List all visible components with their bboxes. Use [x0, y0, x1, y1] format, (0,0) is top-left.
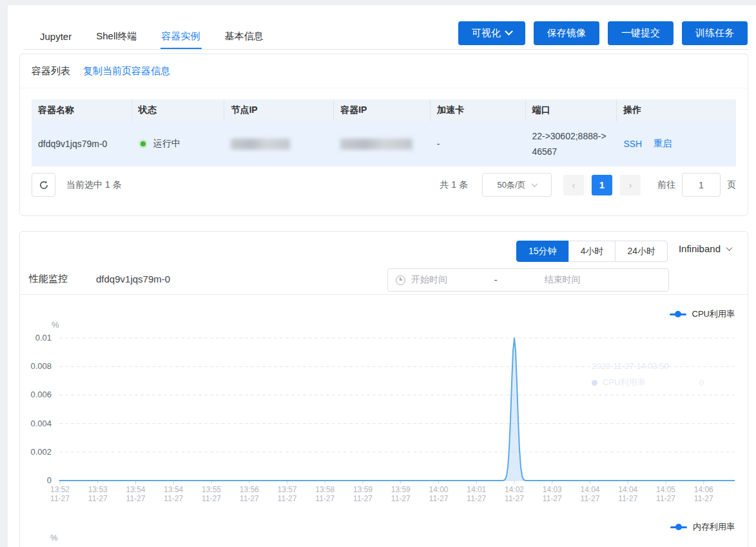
x-tick-label: 13:5911-27: [343, 485, 383, 503]
node-ip-redacted-blur: [231, 139, 290, 150]
x-tick-label: 13:5311-27: [78, 485, 118, 503]
monitor-title: 性能监控: [29, 273, 68, 285]
memory-legend-marker-icon: [670, 526, 687, 528]
network-type-value: Infiniband: [679, 243, 721, 254]
x-tick-label: 13:5911-27: [381, 485, 421, 503]
y-tick-label: 0.01: [5, 333, 52, 343]
goto-suffix: 页: [727, 179, 736, 191]
cpu-legend[interactable]: CPU利用率: [670, 308, 735, 320]
save-image-button[interactable]: 保存镜像: [534, 21, 599, 45]
page-size-value: 50条/页: [497, 179, 525, 191]
actions-cell: SSH 重启: [617, 121, 736, 166]
range-4h-button[interactable]: 4小时: [568, 241, 616, 262]
col-status: 状态: [132, 99, 225, 121]
x-tick-label: 14:0211-27: [494, 485, 534, 503]
range-15min-button[interactable]: 15分钟: [516, 241, 569, 262]
date-range-separator: -: [447, 274, 544, 286]
visualize-label: 可视化: [472, 27, 501, 39]
tab-basic-info[interactable]: 基本信息: [224, 25, 265, 49]
time-range-group: 15分钟 4小时 24小时: [516, 241, 668, 262]
next-page-button[interactable]: ›: [620, 175, 641, 195]
node-ip-cell: [224, 121, 334, 166]
y-tick-label: 0.006: [5, 390, 52, 399]
ssh-link[interactable]: SSH: [623, 139, 642, 149]
tab-container-instance[interactable]: 容器实例: [160, 25, 202, 49]
col-ports: 端口: [526, 99, 617, 121]
clock-icon: [396, 275, 405, 285]
chevron-down-icon: [505, 27, 513, 35]
pagination-bar: 当前选中 1 条 共 1 条 50条/页 ‹ 1 › 前往 页: [32, 173, 736, 197]
tab-shell-terminal[interactable]: Shell终端: [95, 25, 138, 49]
start-time-placeholder: 开始时间: [411, 274, 447, 286]
accelerator-cell: -: [431, 121, 526, 166]
cpu-legend-label: CPU利用率: [692, 308, 735, 320]
goto-prefix: 前往: [657, 179, 675, 191]
ports-value: 22->30602;8888->46567: [532, 128, 610, 159]
y-tick-label: 0.004: [5, 419, 52, 428]
cpu-legend-marker-icon: [670, 313, 686, 315]
refresh-button[interactable]: [32, 173, 55, 197]
x-tick-label: 13:5511-27: [191, 485, 231, 503]
chevron-down-icon: [531, 181, 538, 187]
x-tick-label: 14:0111-27: [456, 485, 496, 503]
container-ip-cell: [334, 121, 431, 166]
container-list-header: 容器列表 复制当前页容器信息: [20, 54, 748, 88]
restart-link[interactable]: 重启: [654, 138, 672, 150]
x-tick-label: 14:0411-27: [570, 485, 610, 503]
one-click-submit-button[interactable]: 一键提交: [608, 21, 674, 45]
x-tick-label: 14:0311-27: [532, 485, 572, 503]
prev-page-button[interactable]: ‹: [563, 175, 584, 195]
table-row[interactable]: dfdq9v1jqs79m-0 运行中 - 22->30602;8888->46…: [32, 121, 736, 166]
x-tick-label: 13:5411-27: [116, 485, 156, 503]
col-container-name: 容器名称: [32, 99, 132, 121]
train-task-button[interactable]: 训练任务: [682, 21, 748, 45]
container-instance-page: Jupyter Shell终端 容器实例 基本信息 可视化 保存镜像 一键提交 …: [0, 0, 756, 547]
container-list-card: 容器列表 复制当前页容器信息 容器名称 状态 节点IP 容器IP 加速卡 端口 …: [19, 54, 748, 216]
col-accelerator: 加速卡: [431, 99, 526, 121]
x-tick-label: 13:5711-27: [267, 485, 307, 503]
container-table: 容器名称 状态 节点IP 容器IP 加速卡 端口 操作 dfdq9v1jqs79…: [32, 99, 736, 166]
col-actions: 操作: [617, 99, 736, 121]
cpu-y-axis-unit: %: [52, 320, 59, 330]
tab-jupyter[interactable]: Jupyter: [39, 25, 73, 49]
network-type-select[interactable]: Infiniband: [679, 243, 732, 254]
page-size-select[interactable]: 50条/页: [482, 173, 552, 197]
visualize-dropdown-button[interactable]: 可视化: [458, 21, 525, 45]
x-tick-label: 13:5411-27: [153, 485, 193, 503]
x-tick-label: 14:0011-27: [419, 485, 459, 503]
y-tick-label: 0.008: [5, 361, 52, 371]
status-text: 运行中: [153, 138, 180, 150]
x-tick-label: 13:5811-27: [305, 485, 345, 503]
range-24h-button[interactable]: 24小时: [615, 241, 668, 262]
x-tick-label: 14:0611-27: [684, 485, 724, 503]
status-cell: 运行中: [132, 121, 225, 166]
y-tick-label: 0.002: [5, 447, 52, 457]
pagination-controls: 共 1 条 50条/页 ‹ 1 › 前往 页: [440, 173, 736, 197]
date-range-picker[interactable]: 开始时间 - 结束时间: [387, 268, 669, 292]
memory-legend-label: 内存利用率: [693, 521, 735, 533]
copy-container-info-link[interactable]: 复制当前页容器信息: [83, 65, 170, 77]
memory-legend[interactable]: 内存利用率: [670, 521, 735, 533]
goto-page-input[interactable]: [682, 173, 721, 197]
chevron-down-icon: [726, 244, 733, 251]
memory-y-axis-unit: %: [50, 533, 58, 542]
x-tick-label: 14:0411-27: [608, 485, 648, 503]
y-tick-label: 0: [5, 475, 52, 485]
x-tick-label: 14:0511-27: [646, 485, 686, 503]
total-count-text: 共 1 条: [440, 179, 468, 191]
container-list-title: 容器列表: [32, 65, 70, 77]
container-name-cell: dfdq9v1jqs79m-0: [32, 121, 132, 166]
monitor-title-row: 性能监控 dfdq9v1jqs79m-0: [29, 273, 170, 285]
col-container-ip: 容器IP: [334, 99, 431, 121]
status-running-icon: [139, 139, 148, 148]
selected-count-text: 当前选中 1 条: [66, 179, 122, 191]
x-tick-label: 13:5611-27: [229, 485, 269, 503]
ports-cell: 22->30602;8888->46567: [525, 121, 617, 166]
refresh-icon: [39, 180, 49, 190]
col-node-ip: 节点IP: [224, 99, 334, 121]
monitor-instance-name: dfdq9v1jqs79m-0: [96, 274, 170, 284]
current-page-button[interactable]: 1: [592, 175, 612, 195]
container-ip-redacted-blur: [340, 139, 412, 150]
x-tick-label: 13:5211-27: [40, 485, 80, 503]
divider: [20, 294, 748, 295]
